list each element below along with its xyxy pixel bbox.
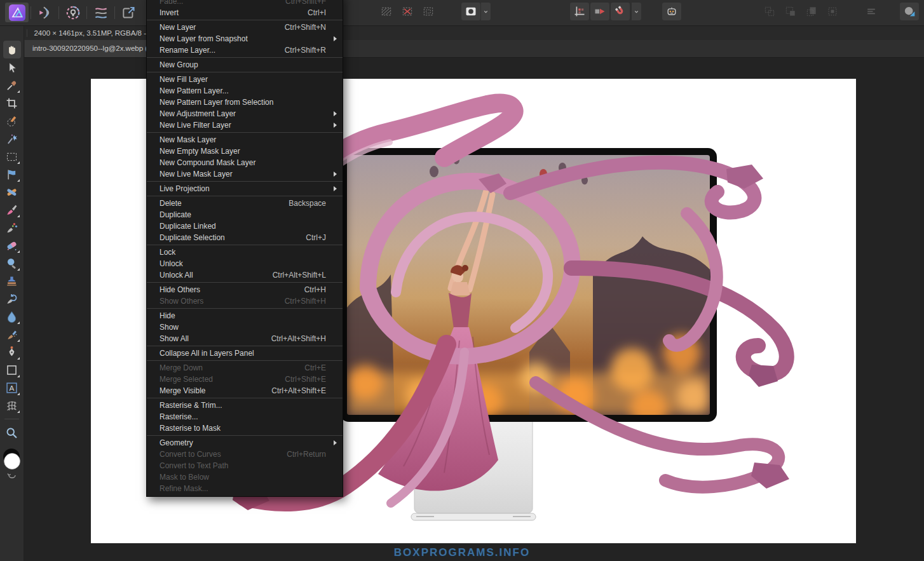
- blur-tool[interactable]: [3, 308, 21, 325]
- menu-item-label: New Pattern Layer from Selection: [160, 98, 273, 107]
- quick-mask-button-dropdown[interactable]: [481, 3, 491, 20]
- menu-item[interactable]: New Group: [147, 59, 343, 71]
- menu-item[interactable]: Unlock AllCtrl+Alt+Shift+L: [147, 269, 343, 281]
- menu-item[interactable]: New Pattern Layer...: [147, 85, 343, 97]
- menu-item-label: New Mask Layer: [160, 135, 216, 144]
- menu-item[interactable]: Live Projection: [147, 183, 343, 194]
- menu-item[interactable]: New Live Mask Layer: [147, 168, 343, 180]
- menu-item[interactable]: New Mask Layer: [147, 134, 343, 145]
- mesh-warp-tool[interactable]: [3, 396, 21, 414]
- marquee-select-tool[interactable]: [3, 147, 21, 165]
- erase-brush-tool[interactable]: [3, 236, 21, 254]
- selection-from-layer-button[interactable]: [377, 3, 396, 20]
- tone-mapping-persona-button[interactable]: [89, 3, 112, 22]
- quick-mask-button[interactable]: [461, 3, 480, 20]
- menu-item-label: Merge Selected: [160, 375, 213, 384]
- color-replacement-brush-tool[interactable]: [3, 219, 21, 236]
- dodge-brush-tool[interactable]: [3, 254, 21, 272]
- paint-brush-tool[interactable]: [3, 201, 21, 219]
- guides-manager-button[interactable]: [570, 3, 589, 20]
- menu-item[interactable]: New LayerCtrl+Shift+N: [147, 22, 343, 33]
- assistant-button[interactable]: [662, 3, 681, 20]
- color-picker-tool[interactable]: [3, 76, 21, 94]
- menu-item[interactable]: DeleteBackspace: [147, 198, 343, 209]
- tool-color-replace-icon: [5, 221, 18, 234]
- liquify-persona-button[interactable]: [33, 3, 57, 22]
- selection-op-new-button: [760, 3, 779, 20]
- menu-separator: [147, 398, 343, 398]
- menu-item[interactable]: Collapse All in Layers Panel: [147, 348, 343, 359]
- menu-separator: [147, 282, 343, 283]
- menu-separator: [147, 181, 343, 182]
- crop-tool[interactable]: [3, 94, 21, 112]
- menu-item[interactable]: Duplicate SelectionCtrl+J: [147, 232, 343, 243]
- selection-toolbar-group: [377, 3, 438, 20]
- menu-item[interactable]: New Live Filter Layer: [147, 119, 343, 131]
- tool-zoom-icon: [5, 426, 18, 440]
- menu-item[interactable]: Hide: [147, 310, 343, 321]
- menu-item[interactable]: Rasterise to Mask: [147, 422, 343, 434]
- menu-item[interactable]: Duplicate Linked: [147, 220, 343, 232]
- chevron-down-icon: [633, 8, 640, 15]
- menu-item[interactable]: Hide OthersCtrl+H: [147, 284, 343, 295]
- menu-item[interactable]: New Compound Mask Layer: [147, 157, 343, 168]
- snapping-button[interactable]: [611, 3, 630, 20]
- separator: [31, 6, 31, 19]
- document-tab[interactable]: intro-300920220950--lg@2x.webp (56.2%): [25, 40, 147, 57]
- separator: [114, 6, 115, 19]
- menu-item[interactable]: Geometry: [147, 437, 343, 449]
- refine-group: [862, 3, 881, 20]
- menu-item-label: Merge Visible: [160, 386, 205, 395]
- clone-stamp-tool[interactable]: [3, 272, 21, 290]
- menu-item[interactable]: Merge VisibleCtrl+Alt+Shift+E: [147, 385, 343, 396]
- flyout-indicator: [17, 179, 20, 182]
- move-tool[interactable]: [3, 58, 21, 76]
- snapping-button-dropdown[interactable]: [632, 3, 641, 20]
- flyout-indicator: [17, 321, 20, 324]
- zoom-tool[interactable]: [3, 424, 21, 442]
- arrange-icon: [594, 5, 606, 18]
- menu-item-label: Mask to Below: [160, 473, 209, 482]
- menu-item-shortcut: Ctrl+J: [306, 233, 326, 242]
- menu-item[interactable]: New Pattern Layer from Selection: [147, 97, 343, 108]
- smudge-tool[interactable]: [3, 325, 21, 343]
- arrange-button[interactable]: [590, 3, 609, 20]
- menu-item[interactable]: Show: [147, 321, 343, 333]
- export-persona-button[interactable]: [117, 3, 140, 22]
- menu-item-shortcut: Ctrl+Shift+N: [285, 23, 326, 32]
- menu-item[interactable]: Unlock: [147, 258, 343, 269]
- menu-item[interactable]: Rasterise...: [147, 411, 343, 422]
- menu-item-label: Convert to Text Path: [160, 461, 229, 470]
- menu-item[interactable]: Rename Layer...Ctrl+Shift+R: [147, 44, 343, 56]
- menu-item[interactable]: Rasterise & Trim...: [147, 400, 343, 411]
- menu-item[interactable]: Duplicate: [147, 209, 343, 220]
- flyout-indicator: [17, 410, 20, 413]
- healing-brush-tool[interactable]: [3, 183, 21, 201]
- color-swatches[interactable]: [0, 447, 24, 480]
- menu-item[interactable]: New Empty Mask Layer: [147, 145, 343, 157]
- menu-item[interactable]: New Layer from Snapshot: [147, 33, 343, 44]
- persona-export-icon: [121, 4, 137, 21]
- undo-brush-tool[interactable]: [3, 290, 21, 308]
- text-tool[interactable]: [3, 379, 21, 396]
- menu-item: Merge SelectedCtrl+Shift+E: [147, 374, 343, 385]
- selection-op-intersect-button: [823, 3, 842, 20]
- selection-brush-tool[interactable]: [3, 112, 21, 130]
- mask-preview-button[interactable]: [900, 3, 919, 20]
- flood-select-tool[interactable]: [3, 130, 21, 147]
- menu-item-shortcut: Backspace: [289, 199, 326, 208]
- gradient-tool[interactable]: [3, 165, 21, 183]
- invert-selection-button[interactable]: [419, 3, 438, 20]
- photo-persona-button[interactable]: [5, 3, 29, 22]
- menu-item[interactable]: InvertCtrl+I: [147, 7, 343, 18]
- menu-item[interactable]: New Adjustment Layer: [147, 108, 343, 119]
- develop-persona-button[interactable]: [61, 3, 85, 22]
- menu-item-label: Delete: [160, 199, 182, 208]
- pen-tool[interactable]: [3, 343, 21, 361]
- rectangle-tool[interactable]: [3, 361, 21, 379]
- menu-item[interactable]: Lock: [147, 247, 343, 258]
- menu-item[interactable]: New Fill Layer: [147, 74, 343, 85]
- deselect-button[interactable]: [398, 3, 417, 20]
- view-tool[interactable]: [3, 41, 21, 58]
- menu-item[interactable]: Show AllCtrl+Alt+Shift+H: [147, 333, 343, 344]
